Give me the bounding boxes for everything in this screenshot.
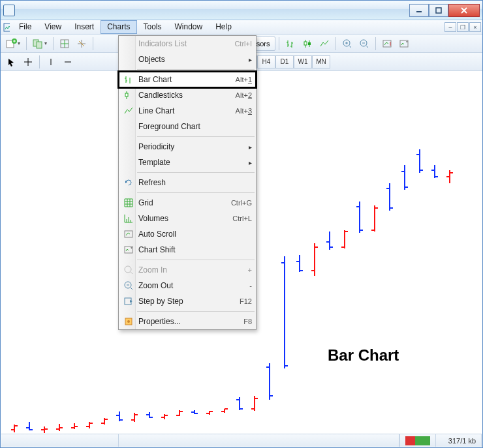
menu-window[interactable]: Window (168, 20, 210, 34)
charts-menu: Indicators ListCtrl+I Objects▸ Bar Chart… (118, 35, 257, 330)
app-icon (3, 5, 15, 16)
menu-zoom-in[interactable]: Zoom In+ (119, 262, 256, 278)
connection-icon (405, 436, 430, 445)
menu-objects[interactable]: Objects▸ (119, 52, 256, 67)
menu-view[interactable]: View (38, 20, 68, 34)
mdi-minimize-button[interactable]: – (444, 22, 456, 32)
svg-point-159 (127, 320, 130, 323)
zoom-in-icon (121, 264, 136, 276)
step-icon (121, 295, 136, 307)
svg-line-154 (131, 288, 132, 290)
zoom-out-button[interactable] (356, 37, 372, 51)
timeframe-mn[interactable]: MN (312, 55, 330, 68)
timeframe-w1[interactable]: W1 (294, 55, 312, 68)
navigator-button[interactable] (74, 37, 89, 51)
bar-chart-button[interactable] (283, 37, 298, 51)
svg-line-35 (366, 46, 368, 48)
close-button[interactable] (448, 4, 480, 17)
line-chart-icon (121, 105, 136, 117)
new-chart-button[interactable]: ▾ (3, 37, 23, 51)
candlestick-button[interactable] (300, 37, 315, 51)
menu-help[interactable]: Help (209, 20, 238, 34)
menu-zoom-out[interactable]: Zoom Out- (119, 278, 256, 293)
menu-periodicity[interactable]: Periodicity▸ (119, 139, 256, 155)
statusbar: 317/1 kb (1, 434, 482, 447)
refresh-icon (121, 177, 136, 188)
menu-insert[interactable]: Insert (68, 20, 101, 34)
svg-rect-141 (125, 93, 128, 97)
menu-indicators-list[interactable]: Indicators ListCtrl+I (119, 36, 256, 52)
bar-chart-icon (121, 74, 136, 85)
chart-shift-icon (121, 244, 136, 256)
timeframe-d1[interactable]: D1 (275, 55, 294, 68)
menu-bar-chart[interactable]: Bar Chart Alt+1 (119, 72, 256, 87)
menu-step-by-step[interactable]: Step by StepF12 (119, 293, 256, 309)
menu-charts[interactable]: Charts (101, 20, 136, 34)
menu-candlesticks[interactable]: Candlesticks Alt+2 (119, 87, 256, 103)
svg-rect-1 (436, 8, 441, 13)
market-watch-button[interactable] (57, 37, 72, 51)
timeframe-h4[interactable]: H4 (257, 55, 275, 68)
candlestick-icon (121, 89, 136, 101)
svg-line-152 (131, 272, 132, 274)
status-kb: 317/1 kb (436, 434, 482, 447)
svg-rect-10 (37, 42, 42, 48)
mdi-close-button[interactable]: × (469, 22, 481, 32)
svg-rect-37 (383, 40, 391, 47)
mdi-system-buttons: – ❐ × (444, 20, 482, 34)
app-window: FileViewInsertChartsToolsWindowHelp – ❐ … (0, 0, 483, 448)
svg-marker-41 (8, 59, 14, 67)
menu-chart-shift[interactable]: Chart Shift (119, 242, 256, 258)
menu-tools[interactable]: Tools (137, 20, 168, 34)
menu-auto-scroll[interactable]: Auto Scroll (119, 226, 256, 242)
menu-properties[interactable]: Properties...F8 (119, 314, 256, 329)
auto-scroll-button[interactable] (379, 37, 395, 51)
horizontal-line-button[interactable] (60, 55, 76, 69)
properties-icon (121, 316, 136, 327)
auto-scroll-icon (121, 228, 136, 240)
menu-line-chart[interactable]: Line Chart Alt+3 (119, 103, 256, 119)
menu-volumes[interactable]: VolumesCtrl+L (119, 211, 256, 226)
crosshair-button[interactable] (20, 55, 36, 69)
menubar: FileViewInsertChartsToolsWindowHelp – ❐ … (1, 20, 482, 35)
grid-icon (121, 197, 136, 209)
svg-line-31 (349, 46, 351, 48)
maximize-button[interactable] (429, 4, 448, 17)
svg-rect-29 (308, 42, 311, 45)
vertical-line-button[interactable] (43, 55, 59, 69)
cursor-button[interactable] (3, 55, 19, 69)
chart-shift-button[interactable] (396, 37, 412, 51)
volumes-icon (121, 213, 136, 224)
zoom-in-button[interactable] (339, 37, 355, 51)
zoom-out-icon (121, 280, 136, 291)
app-menu-icon[interactable] (1, 20, 12, 34)
svg-rect-148 (125, 231, 132, 237)
menu-template[interactable]: Template▸ (119, 155, 256, 170)
mdi-restore-button[interactable]: ❐ (457, 22, 469, 32)
svg-point-151 (125, 266, 131, 273)
chart-overlay-label: Bar Chart (328, 346, 399, 365)
menu-refresh[interactable]: Refresh (119, 175, 256, 190)
menu-file[interactable]: File (12, 20, 38, 34)
minimize-button[interactable] (409, 4, 429, 17)
titlebar[interactable] (1, 1, 482, 20)
line-chart-button[interactable] (317, 37, 332, 51)
profiles-button[interactable]: ▾ (30, 37, 50, 51)
menu-grid[interactable]: GridCtrl+G (119, 195, 256, 211)
svg-rect-27 (304, 42, 307, 45)
menu-foreground-chart[interactable]: Foreground Chart (119, 119, 256, 134)
